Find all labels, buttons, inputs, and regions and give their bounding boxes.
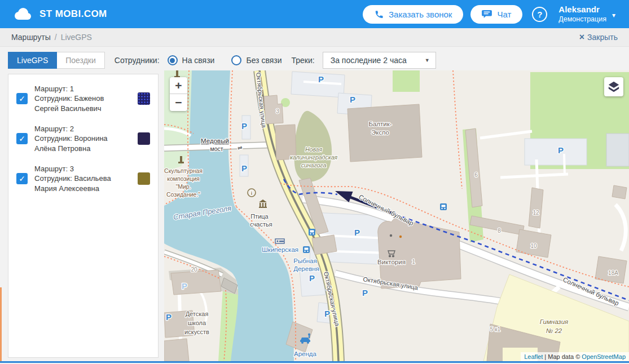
openstreetmap-link[interactable]: OpenStreetMap — [582, 353, 626, 360]
poi-label: Птица — [250, 213, 269, 220]
route-1-text: Маршрут: 1 Сотрудник: Баженов Сергей Вас… — [34, 84, 125, 113]
poi-label: Созидание." — [166, 191, 200, 198]
svg-text:3: 3 — [276, 108, 279, 114]
poi-label: Аренда — [294, 350, 317, 357]
close-label: Закрыть — [587, 33, 618, 42]
leaflet-link[interactable]: Leaflet — [524, 353, 543, 360]
route-3-checkbox[interactable]: ✓ — [16, 173, 28, 184]
poi-label: искусств — [184, 329, 209, 335]
breadcrumb-separator: / — [55, 33, 57, 42]
parking-icon: P — [362, 288, 368, 298]
breadcrumb: Маршруты / LiveGPS × Закрыть — [0, 28, 629, 47]
route-2-text: Маршрут: 2 Сотрудник: Воронина Алёна Пет… — [34, 124, 125, 153]
tracks-select[interactable]: За последние 2 часа ▼ — [323, 52, 436, 69]
checkbox-check-icon: ✓ — [19, 174, 25, 183]
tab-trips[interactable]: Поездки — [57, 52, 105, 69]
parking-icon: P — [350, 95, 355, 104]
user-menu[interactable]: Aleksandr Демонстрация ▾ — [558, 5, 615, 24]
map-container[interactable]: i — [164, 70, 629, 361]
tram-stop-icon — [309, 229, 315, 236]
bridge-label: мост — [210, 145, 223, 152]
poi-label: композиция — [167, 175, 199, 182]
chat-button[interactable]: Чат — [470, 5, 522, 24]
phone-icon — [374, 10, 384, 19]
checkbox-check-icon: ✓ — [19, 134, 25, 143]
route-3-color-swatch — [138, 172, 150, 185]
poi-label: Скульптурная — [164, 167, 203, 174]
parking-icon: P — [166, 312, 171, 322]
radio-offline[interactable]: Без связи — [231, 55, 281, 65]
breadcrumb-parent[interactable]: Маршруты — [11, 33, 51, 42]
layers-control[interactable] — [604, 77, 623, 96]
route-2-checkbox[interactable]: ✓ — [16, 133, 28, 144]
svg-text:18А: 18А — [608, 270, 618, 276]
svg-text:5 к1: 5 к1 — [490, 326, 501, 332]
employees-label: Сотрудники: — [115, 56, 160, 65]
route-item-3: ✓ Маршрут: 3 Сотрудник: Васильева Мария … — [16, 162, 150, 196]
map-svg[interactable]: i — [164, 70, 629, 361]
breadcrumb-current: LiveGPS — [61, 33, 92, 42]
radio-online-circle — [168, 55, 178, 65]
bridge-label: Медовый — [201, 137, 229, 144]
building-label: Виктория — [377, 259, 406, 265]
parking-icon: P — [182, 281, 187, 291]
parking-icon: P — [558, 145, 564, 155]
route-1-color-swatch — [138, 92, 150, 105]
poi-label: Детская — [186, 310, 209, 317]
radio-online-label: На связи — [182, 56, 215, 65]
svg-text:1: 1 — [412, 259, 415, 265]
radio-offline-circle — [231, 55, 241, 65]
parking-icon: P — [324, 309, 330, 318]
zoom-control: + − — [170, 77, 187, 111]
poi-label: № 22 — [546, 327, 562, 334]
poi-label: синагога — [301, 162, 327, 168]
parking-icon: P — [309, 273, 315, 283]
poi-label: школа — [188, 319, 206, 326]
brand-title: ST MOBI.COM — [39, 8, 107, 20]
layers-icon — [607, 81, 621, 93]
route-1-checkbox[interactable]: ✓ — [16, 93, 28, 104]
tracks-select-value: За последние 2 часа — [331, 56, 407, 65]
attribution-text: | Map data © — [543, 353, 582, 360]
filters-toolbar: LiveGPS Поездки Сотрудники: На связи Без… — [8, 52, 436, 69]
radio-online[interactable]: На связи — [168, 55, 215, 65]
route-item-2: ✓ Маршрут: 2 Сотрудник: Воронина Алёна П… — [16, 122, 150, 156]
user-role: Демонстрация — [558, 15, 606, 24]
poi-label: Гимназия — [540, 318, 568, 325]
parking-icon: P — [354, 228, 360, 237]
svg-text:i: i — [251, 190, 253, 196]
poi-label: счастья — [250, 221, 272, 228]
close-button[interactable]: × Закрыть — [579, 32, 618, 42]
building-label: Экспо — [371, 129, 389, 136]
chat-icon — [482, 10, 492, 19]
close-icon: × — [579, 32, 584, 42]
bridge-symbol: ⇌ — [237, 145, 242, 151]
route-2-color-swatch — [138, 132, 150, 145]
help-icon[interactable]: ? — [532, 7, 547, 22]
transit-label: Деревня — [293, 265, 319, 272]
parking-icon: P — [241, 121, 247, 131]
chevron-down-icon: ▾ — [612, 11, 615, 19]
order-call-button[interactable]: Заказать звонок — [363, 5, 463, 24]
routes-panel: ✓ Маршрут: 1 Сотрудник: Баженов Сергей В… — [8, 74, 159, 358]
svg-text:20: 20 — [191, 267, 197, 273]
poi-label: Новая — [305, 146, 323, 153]
transit-label: Рыбная — [293, 258, 317, 264]
user-name: Aleksandr — [558, 5, 606, 15]
parking-icon: P — [241, 163, 247, 173]
zoom-in-button[interactable]: + — [170, 77, 187, 94]
parking-icon: P — [318, 74, 324, 84]
map-attribution: Leaflet | Map data © OpenStreetMap — [521, 352, 629, 361]
cloud-logo-icon — [12, 7, 33, 21]
tram-stop-icon — [440, 203, 447, 210]
transit-label: Шкиперская — [262, 246, 298, 253]
order-call-label: Заказать звонок — [389, 10, 452, 19]
svg-text:6: 6 — [474, 172, 478, 178]
tracks-label: Треки: — [292, 56, 315, 65]
chat-label: Чат — [497, 10, 511, 19]
svg-text:12: 12 — [533, 210, 539, 216]
tram-stop-icon — [303, 246, 310, 253]
tab-livegps[interactable]: LiveGPS — [8, 52, 57, 69]
zoom-out-button[interactable]: − — [170, 94, 187, 111]
radio-offline-label: Без связи — [246, 56, 281, 65]
